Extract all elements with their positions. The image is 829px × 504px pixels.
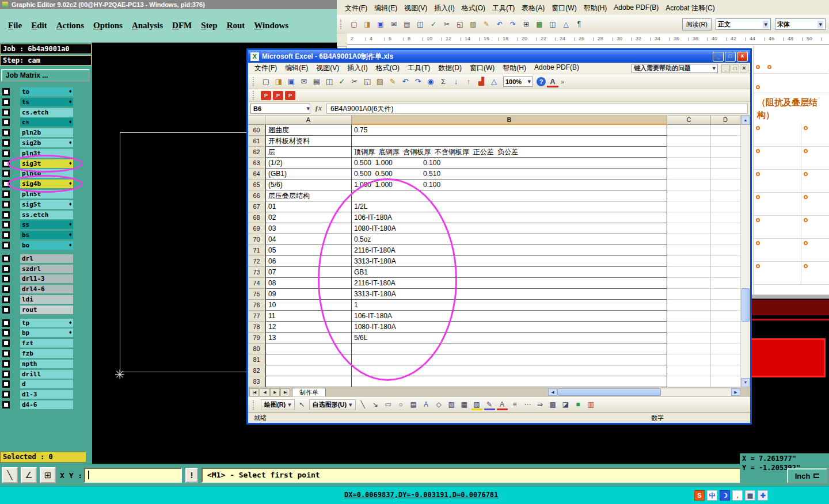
layer-checkbox-ts[interactable] bbox=[2, 98, 10, 106]
layer-item-cs.etch[interactable]: cs.etch bbox=[20, 108, 73, 117]
layer-item-tp[interactable]: tp♦ bbox=[20, 319, 73, 327]
cell-A80[interactable] bbox=[265, 343, 352, 354]
row-header-79[interactable]: 79 bbox=[248, 333, 265, 343]
excel-menu-help[interactable]: 帮助(H) bbox=[499, 63, 530, 73]
cell-B68[interactable]: 106-IT-180A bbox=[352, 212, 667, 223]
sheet-close-button[interactable]: × bbox=[740, 64, 748, 72]
column-header-C[interactable]: C bbox=[667, 116, 711, 125]
cell-C65[interactable] bbox=[667, 180, 711, 190]
minimize-button[interactable]: _ bbox=[713, 52, 724, 62]
cell-B75[interactable]: 3313-IT-180A bbox=[352, 289, 667, 300]
cell-D71[interactable] bbox=[711, 245, 740, 256]
cell-D70[interactable] bbox=[711, 234, 740, 245]
row-header-69[interactable]: 69 bbox=[248, 223, 265, 234]
layer-item-pln2b[interactable]: pln2b bbox=[20, 128, 73, 137]
layer-item-fzt[interactable]: fzt bbox=[20, 339, 73, 348]
layer-item-d[interactable]: d bbox=[20, 380, 73, 388]
ime-settings-icon[interactable]: ✚ bbox=[758, 490, 768, 501]
save-icon[interactable]: ▣ bbox=[375, 18, 386, 30]
measure-icon[interactable]: ╲ bbox=[2, 467, 18, 483]
vertical-scrollbar[interactable]: ▲ ▼ bbox=[740, 116, 750, 387]
oval-icon[interactable]: ○ bbox=[396, 399, 406, 410]
row-header-73[interactable]: 73 bbox=[248, 267, 265, 278]
autosum-icon[interactable]: Σ bbox=[438, 76, 449, 87]
layer-checkbox-bs[interactable] bbox=[2, 231, 10, 239]
layer-checkbox-cs[interactable] bbox=[2, 119, 10, 126]
cell-C60[interactable] bbox=[667, 125, 711, 136]
cell-A70[interactable]: 04 bbox=[265, 234, 352, 245]
help-icon[interactable]: ? bbox=[537, 77, 546, 86]
word-menu-table[interactable]: 表格(A) bbox=[518, 3, 548, 13]
first-sheet-icon[interactable]: |◀ bbox=[249, 388, 259, 396]
cell-B80[interactable] bbox=[352, 343, 667, 354]
cell-C70[interactable] bbox=[667, 234, 711, 245]
cell-C74[interactable] bbox=[667, 278, 711, 289]
spelling-icon[interactable]: ✓ bbox=[428, 18, 439, 30]
cell-C63[interactable] bbox=[667, 158, 711, 169]
paste-icon[interactable]: ▨ bbox=[467, 18, 479, 30]
layer-item-bo[interactable]: bo♦ bbox=[20, 241, 73, 250]
cell-B76[interactable]: 1 bbox=[352, 300, 667, 311]
excel-menu-view[interactable]: 视图(V) bbox=[312, 63, 343, 73]
cell-A61[interactable]: 开料板材资料 bbox=[265, 136, 352, 147]
column-header-A[interactable]: A bbox=[265, 116, 352, 125]
cell-B64[interactable]: 0.500 0.500 0.510 bbox=[352, 169, 667, 180]
font-color-icon[interactable]: A bbox=[547, 76, 558, 87]
chart-wizard-icon[interactable]: ▟ bbox=[476, 76, 487, 87]
layer-checkbox-ldi[interactable] bbox=[2, 296, 10, 303]
green-shape-icon[interactable]: ■ bbox=[573, 399, 584, 410]
print-preview-icon[interactable]: ◫ bbox=[324, 76, 335, 87]
cell-A71[interactable]: 05 bbox=[265, 245, 352, 256]
sort-ascending-icon[interactable]: ↓ bbox=[450, 76, 462, 87]
cell-D78[interactable] bbox=[711, 322, 740, 333]
ge-menu-actions[interactable]: Actions bbox=[56, 21, 84, 30]
mail-icon[interactable]: ✉ bbox=[298, 76, 310, 87]
word-menu-format[interactable]: 格式(O) bbox=[458, 3, 489, 13]
layer-checkbox-sig3t[interactable] bbox=[2, 160, 10, 167]
row-header-68[interactable]: 68 bbox=[248, 212, 265, 223]
cell-A81[interactable] bbox=[265, 354, 352, 365]
acrobat-pdf-review-icon[interactable]: P bbox=[285, 91, 295, 100]
cell-B71[interactable]: 2116-IT-180A bbox=[352, 245, 667, 256]
fx-icon[interactable]: ƒx bbox=[313, 104, 324, 113]
cell-C75[interactable] bbox=[667, 289, 711, 300]
layer-checkbox-drl1-3[interactable] bbox=[2, 275, 10, 282]
layer-item-ss.etch[interactable]: ss.etch bbox=[20, 211, 73, 219]
layer-item-drl4-6[interactable]: drl4-6 bbox=[20, 285, 73, 293]
drawing-icon[interactable]: △ bbox=[560, 18, 572, 30]
excel-titlebar[interactable]: X Microsoft Excel - 6B4A9001A0制作单.xls _ … bbox=[248, 50, 750, 63]
spelling-icon[interactable]: ✓ bbox=[336, 76, 348, 87]
save-icon[interactable]: ▣ bbox=[286, 76, 297, 87]
cell-D80[interactable] bbox=[711, 343, 740, 354]
clipart-icon[interactable]: ▧ bbox=[446, 399, 457, 410]
line-icon[interactable]: ╲ bbox=[358, 399, 368, 410]
redo-icon[interactable]: ↷ bbox=[507, 18, 519, 30]
cell-B69[interactable]: 1080-IT-180A bbox=[352, 223, 667, 234]
cell-C82[interactable] bbox=[667, 365, 711, 376]
layer-checkbox-d[interactable] bbox=[2, 380, 10, 388]
cell-D61[interactable] bbox=[711, 136, 740, 147]
cell-C78[interactable] bbox=[667, 322, 711, 333]
layer-checkbox-fzb[interactable] bbox=[2, 350, 10, 357]
scroll-down-icon[interactable]: ▼ bbox=[741, 378, 750, 387]
ge-menu-edit[interactable]: Edit bbox=[31, 21, 47, 30]
cell-A69[interactable]: 03 bbox=[265, 223, 352, 234]
ge-menu-step[interactable]: Step bbox=[201, 21, 217, 30]
excel-menu-adobe-pdf[interactable]: Adobe PDF(B) bbox=[530, 63, 583, 73]
mail-icon[interactable]: ✉ bbox=[388, 18, 400, 30]
line-color-icon[interactable]: ✎ bbox=[484, 399, 495, 410]
ge-menu-file[interactable]: File bbox=[8, 21, 22, 30]
row-header-71[interactable]: 71 bbox=[248, 245, 265, 256]
word-menu-tools[interactable]: 工具(T) bbox=[489, 3, 518, 13]
row-header-72[interactable]: 72 bbox=[248, 256, 265, 267]
excel-menu-window[interactable]: 窗口(W) bbox=[466, 63, 499, 73]
chevron-down-icon[interactable]: ▾ bbox=[712, 64, 716, 72]
alert-button[interactable]: ! bbox=[185, 468, 198, 483]
row-header-64[interactable]: 64 bbox=[248, 169, 265, 180]
xy-input[interactable] bbox=[84, 468, 182, 483]
row-header-63[interactable]: 63 bbox=[248, 158, 265, 169]
cell-B62[interactable]: 顶铜厚 底铜厚 含铜板厚 不含铜板厚 正公差 负公差 bbox=[352, 147, 667, 158]
zoom-combo[interactable]: 100%▾ bbox=[503, 77, 533, 87]
open-icon[interactable]: ◨ bbox=[362, 18, 373, 30]
layer-checkbox-cs.etch[interactable] bbox=[2, 109, 10, 116]
